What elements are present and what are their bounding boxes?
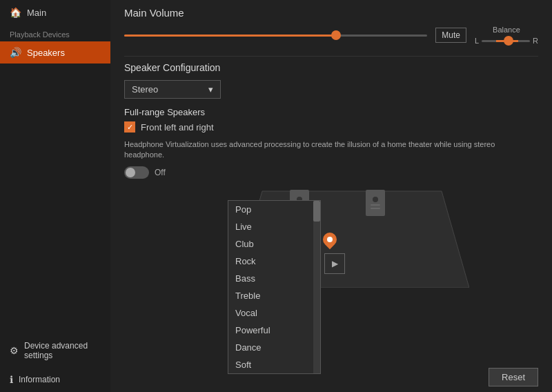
volume-slider-track[interactable]: [124, 35, 427, 37]
speaker-config-title: Speaker Configuration: [124, 62, 538, 73]
chevron-down-icon: ▾: [208, 84, 213, 95]
dropdown-scroll-thumb: [313, 201, 320, 222]
equalizer-dropdown: PopLiveClubRockBassTrebleVocalPowerfulDa…: [228, 200, 321, 374]
sidebar-section-label: Playback Devices: [0, 25, 110, 41]
dropdown-item[interactable]: Soft: [228, 356, 320, 373]
volume-slider-thumb[interactable]: [331, 30, 341, 40]
reset-button[interactable]: Reset: [489, 368, 538, 386]
balance-row: L R: [475, 37, 538, 45]
toggle-row: Off: [124, 166, 538, 179]
sidebar-bottom: ⚙ Device advanced settings ℹ Information: [0, 334, 110, 392]
balance-left-label: L: [475, 37, 479, 45]
play-icon: ▶: [332, 259, 338, 268]
sidebar-item-main[interactable]: 🏠 Main: [0, 0, 110, 25]
speaker-right-dot-1: [373, 197, 378, 202]
divider-1: [124, 56, 538, 57]
dropdown-item[interactable]: Powerful: [228, 322, 320, 339]
play-button[interactable]: ▶: [324, 253, 345, 274]
headphone-virt-toggle[interactable]: [124, 166, 149, 179]
sidebar-item-device-settings[interactable]: ⚙ Device advanced settings: [0, 334, 110, 367]
mute-button[interactable]: Mute: [435, 28, 466, 43]
check-icon: ✓: [127, 123, 133, 132]
speakers-icon: 🔊: [10, 47, 21, 58]
speaker-right-grille: [371, 204, 380, 206]
main-content: Main Volume Mute Balance L R Speaker Con…: [110, 0, 552, 392]
speaker-right-grille-2: [371, 208, 380, 209]
toggle-state-label: Off: [155, 168, 166, 177]
sidebar-item-information[interactable]: ℹ Information: [0, 367, 110, 392]
headphone-virt-description: Headphone Virtualization uses advanced p…: [124, 139, 511, 161]
dropdown-value: Stereo: [132, 84, 158, 95]
device-settings-label: Device advanced settings: [24, 341, 101, 360]
dropdown-scrollbar[interactable]: [313, 201, 320, 373]
checkbox-row: ✓ Front left and right: [124, 121, 538, 133]
listener-marker: [323, 233, 337, 251]
sidebar-main-label: Main: [27, 8, 46, 18]
speaker-config-dropdown[interactable]: Stereo ▾: [124, 80, 221, 99]
dropdown-item[interactable]: Bass: [228, 270, 320, 287]
checkbox-label: Front left and right: [141, 122, 214, 133]
sidebar-speakers-label: Speakers: [27, 48, 65, 58]
home-icon: 🏠: [10, 7, 21, 18]
dropdown-item[interactable]: Rock: [228, 253, 320, 270]
dropdown-item[interactable]: Pop: [228, 201, 320, 218]
sidebar-item-speakers[interactable]: 🔊 Speakers: [0, 41, 110, 63]
balance-slider-thumb[interactable]: [504, 36, 513, 46]
balance-label: Balance: [493, 26, 520, 34]
toggle-knob: [126, 168, 135, 177]
dropdown-item[interactable]: Live: [228, 218, 320, 235]
information-label: Information: [19, 375, 60, 384]
dropdown-item[interactable]: Vocal: [228, 304, 320, 322]
dropdown-item[interactable]: Dance: [228, 339, 320, 356]
volume-slider-container: [124, 35, 427, 37]
dropdown-item[interactable]: Club: [228, 235, 320, 253]
sidebar: 🏠 Main Playback Devices 🔊 Speakers ⚙ Dev…: [0, 0, 110, 392]
balance-container: Balance L R: [475, 26, 538, 45]
checkbox-front-left-right[interactable]: ✓: [124, 121, 135, 133]
gear-icon: ⚙: [10, 345, 19, 356]
main-volume-title: Main Volume: [124, 7, 538, 19]
pin-dot: [327, 237, 333, 242]
info-icon: ℹ: [10, 374, 13, 385]
pin-shape: [323, 233, 337, 251]
balance-slider-track[interactable]: [482, 40, 530, 42]
volume-slider-fill: [124, 35, 336, 37]
dropdown-items-list: PopLiveClubRockBassTrebleVocalPowerfulDa…: [228, 201, 320, 373]
balance-right-label: R: [533, 37, 538, 45]
full-range-title: Full-range Speakers: [124, 107, 538, 117]
volume-row: Mute Balance L R: [124, 26, 538, 45]
dropdown-item[interactable]: Treble: [228, 287, 320, 304]
dropdown-inner: PopLiveClubRockBassTrebleVocalPowerfulDa…: [228, 201, 320, 373]
speaker-right-box: [366, 190, 385, 216]
speaker-right: [366, 190, 385, 217]
